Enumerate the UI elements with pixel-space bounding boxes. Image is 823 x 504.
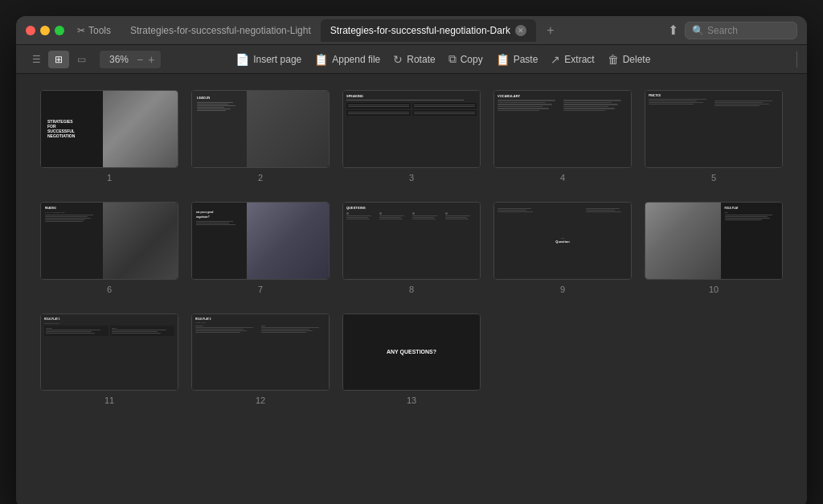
paste-label: Paste: [514, 54, 538, 65]
slide-item-10[interactable]: ROLE-PLAY Task 10: [645, 202, 783, 294]
slide-number-3: 3: [409, 173, 414, 182]
extract-icon: ↗: [551, 53, 560, 66]
insert-page-icon: 📄: [235, 53, 249, 66]
slide-item-6[interactable]: READING 5 Tips for Negotiating Better: [40, 202, 178, 294]
titlebar: ✂ Tools Strategies-for-successful-negoti…: [16, 16, 807, 45]
rotate-icon: ↻: [393, 53, 403, 66]
append-file-label: Append file: [332, 54, 380, 65]
slide-thumb-3[interactable]: SPEAKING: [342, 90, 481, 168]
insert-page-label: Insert page: [253, 54, 301, 65]
insert-page-action[interactable]: 📄 Insert page: [235, 53, 301, 66]
slide-number-6: 6: [107, 285, 112, 294]
slide-number-8: 8: [409, 285, 414, 294]
list-view-button[interactable]: ☰: [26, 51, 47, 68]
rotate-action[interactable]: ↻ Rotate: [393, 53, 435, 66]
slide-item-4[interactable]: VOCABULARY: [493, 90, 632, 182]
tab-dark[interactable]: Strategies-for-successful-negotiation-Da…: [321, 19, 536, 42]
tab-light-label: Strategies-for-successful-negotiation-Li…: [130, 25, 311, 36]
slide-number-12: 12: [256, 395, 265, 405]
new-tab-button[interactable]: +: [539, 19, 562, 42]
grid-view-button[interactable]: ⊞: [48, 51, 69, 68]
slide-item-11[interactable]: ROLE-PLAY 1 Starting Office Space Landlo…: [40, 313, 178, 406]
slide-number-9: 9: [560, 285, 565, 294]
single-view-button[interactable]: ▭: [71, 51, 92, 68]
tools-label: Tools: [88, 25, 111, 36]
slide-thumb-13[interactable]: ANY QUESTIONS?: [342, 313, 481, 391]
slide-number-4: 4: [560, 173, 565, 182]
paste-action[interactable]: 📋 Paste: [496, 53, 538, 66]
search-placeholder: Search: [707, 25, 738, 36]
copy-action[interactable]: ⧉ Copy: [448, 52, 483, 66]
share-button[interactable]: ⬆: [668, 23, 678, 38]
slide-thumb-5[interactable]: PRACTICE: [645, 90, 783, 168]
search-box[interactable]: 🔍 Search: [685, 22, 797, 39]
slide-thumb-6[interactable]: READING 5 Tips for Negotiating Better: [40, 202, 178, 280]
tab-close-icon[interactable]: ✕: [515, 25, 526, 36]
slide-number-13: 13: [407, 395, 416, 405]
delete-icon: 🗑: [608, 53, 619, 66]
slide-thumb-9[interactable]: Your Question: [493, 202, 632, 280]
tab-dark-label: Strategies-for-successful-negotiation-Da…: [330, 25, 510, 36]
close-button[interactable]: [26, 26, 35, 35]
zoom-level: 36%: [104, 54, 133, 65]
paste-icon: 📋: [496, 53, 510, 66]
slide-item-5[interactable]: PRACTICE: [645, 90, 783, 182]
append-file-icon: 📋: [314, 53, 328, 66]
slide-item-12[interactable]: ROLE-PLAY 2 Design Project Freelancer: [191, 313, 330, 406]
slide-item-1[interactable]: STRATEGIESFORSUCCESSFULNEGOTIATION 1: [40, 90, 178, 182]
slide-item-13[interactable]: ANY QUESTIONS? 13: [342, 313, 481, 406]
slide-number-2: 2: [258, 173, 263, 182]
slide-number-11: 11: [104, 395, 114, 405]
slide-item-8[interactable]: QUESTIONS: [342, 202, 481, 294]
slide-item-2[interactable]: LEAD-IN 2: [191, 90, 330, 182]
slide-thumb-7[interactable]: are you a good negotiator?: [191, 202, 330, 280]
slide-thumb-10[interactable]: ROLE-PLAY Task: [645, 202, 783, 280]
scissors-icon: ✂: [77, 25, 85, 36]
tabs-container: Strategies-for-successful-negotiation-Li…: [121, 19, 661, 42]
app-window: ✂ Tools Strategies-for-successful-negoti…: [16, 16, 807, 504]
view-toolbar: ☰ ⊞ ▭ 36% − + 📄 Insert page 📋 Append fil…: [16, 45, 807, 74]
maximize-button[interactable]: [55, 26, 64, 35]
extract-label: Extract: [564, 54, 594, 65]
search-icon: 🔍: [692, 25, 704, 36]
slide-number-7: 7: [258, 285, 263, 294]
copy-label: Copy: [461, 54, 483, 65]
slide-number-10: 10: [709, 285, 719, 294]
slide-thumb-11[interactable]: ROLE-PLAY 1 Starting Office Space Landlo…: [40, 313, 178, 391]
toolbar-actions: 📄 Insert page 📋 Append file ↻ Rotate ⧉ C…: [235, 52, 650, 66]
traffic-lights: [26, 26, 64, 35]
zoom-in-button[interactable]: +: [146, 53, 156, 66]
delete-label: Delete: [623, 54, 651, 65]
slide-thumb-1[interactable]: STRATEGIESFORSUCCESSFULNEGOTIATION: [40, 90, 178, 168]
slides-grid: STRATEGIESFORSUCCESSFULNEGOTIATION 1 LEA…: [40, 90, 783, 405]
delete-action[interactable]: 🗑 Delete: [608, 53, 651, 66]
zoom-out-button[interactable]: −: [135, 53, 145, 66]
titlebar-right: ⬆ 🔍 Search: [668, 22, 797, 39]
minimize-button[interactable]: [40, 26, 50, 35]
copy-icon: ⧉: [448, 52, 457, 66]
slide-number-5: 5: [711, 173, 716, 182]
main-content: STRATEGIESFORSUCCESSFULNEGOTIATION 1 LEA…: [16, 74, 807, 504]
slide-thumb-8[interactable]: QUESTIONS: [342, 202, 481, 280]
append-file-action[interactable]: 📋 Append file: [314, 53, 380, 66]
slide-thumb-2[interactable]: LEAD-IN: [191, 90, 330, 168]
slide-thumb-4[interactable]: VOCABULARY: [493, 90, 632, 168]
toolbar-divider: [796, 51, 797, 68]
extract-action[interactable]: ↗ Extract: [551, 53, 594, 66]
slide-item-9[interactable]: Your Question 9: [493, 202, 632, 294]
rotate-label: Rotate: [407, 54, 435, 65]
tools-menu[interactable]: ✂ Tools: [77, 25, 111, 36]
slide-item-7[interactable]: are you a good negotiator? 7: [191, 202, 330, 294]
slide-thumb-12[interactable]: ROLE-PLAY 2 Design Project Freelancer: [191, 313, 330, 391]
zoom-control: 36% − +: [100, 51, 161, 68]
slide-number-1: 1: [107, 173, 112, 182]
tab-light[interactable]: Strategies-for-successful-negotiation-Li…: [121, 19, 321, 42]
slide-item-3[interactable]: SPEAKING 3: [342, 90, 481, 182]
view-buttons: ☰ ⊞ ▭: [26, 51, 92, 68]
